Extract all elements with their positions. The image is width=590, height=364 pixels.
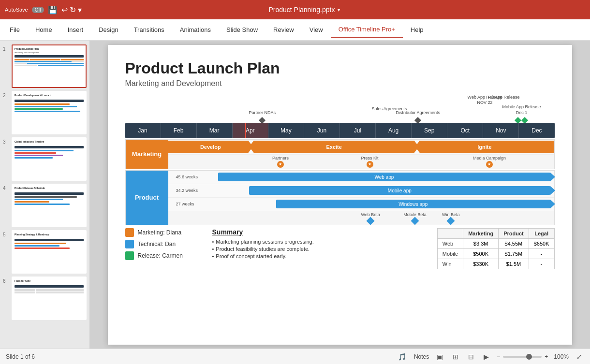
tab-view[interactable]: View: [302, 22, 331, 37]
product-label: Product: [126, 171, 168, 225]
product-row-diamonds: Web Beta Mobile Beta Win Beta: [168, 211, 554, 225]
month-sep: Sep: [412, 123, 447, 138]
timeline-bar: Jan Feb Mar Apr May Jun Jul Aug Sep Oct …: [125, 123, 555, 138]
budget-cell-web-product: $4.55M: [499, 238, 529, 248]
tab-design[interactable]: Design: [91, 22, 126, 37]
legend: Marketing: Diana Technical: Dan Release:…: [125, 228, 203, 260]
redo-button[interactable]: ↻: [70, 5, 76, 15]
legend-label-release: Release: Carmen: [138, 252, 183, 259]
summary-bullet-1: Marketing planning sessions progressing.: [212, 239, 428, 245]
summary-title: Summary: [212, 228, 428, 236]
undo-redo: ↩ ↻ ▾: [61, 5, 82, 15]
diamond-winbeta: Win Beta: [442, 212, 460, 224]
arrow-excite: Excite: [249, 141, 419, 153]
status-bar: Slide 1 of 6 🎵 Notes ▣ ⊞ ⊟ ▶ − + 100% ⤢: [0, 349, 590, 364]
zoom-plus[interactable]: +: [545, 353, 548, 360]
slide-img-2[interactable]: Product Development & Launch: [12, 91, 87, 134]
budget-cell-web-marketing: $3.3M: [463, 238, 499, 248]
slide-canvas: Product Launch Plan Marketing and Develo…: [108, 45, 572, 345]
autosave-toggle[interactable]: Off: [32, 7, 44, 13]
slide-img-6[interactable]: Form for CRR: [12, 277, 87, 320]
month-oct: Oct: [447, 123, 483, 138]
budget-cell-win-marketing: $330K: [463, 259, 499, 269]
product-row-windows: 27 weeks Windows app: [168, 198, 554, 211]
month-mar: Mar: [197, 123, 233, 138]
tab-slideshow[interactable]: Slide Show: [219, 22, 266, 37]
notes-button[interactable]: 🎵: [396, 352, 408, 362]
milestone-distributor: Distributor Agreements: [396, 110, 441, 123]
zoom-slider-thumb: [526, 354, 532, 360]
save-icon[interactable]: 💾: [48, 5, 58, 15]
legend-label-technical: Technical: Dan: [138, 241, 176, 248]
zoom-slider[interactable]: [503, 356, 542, 358]
status-right: 🎵 Notes ▣ ⊞ ⊟ ▶ − + 100% ⤢: [396, 352, 584, 362]
legend-swatch-marketing: [125, 228, 134, 237]
tab-home[interactable]: Home: [28, 22, 60, 37]
slide-img-4[interactable]: Product Release Schedule: [12, 184, 87, 227]
product-rows: 45.6 weeks Web app 34.2 weeks Mobile app: [168, 171, 554, 225]
fit-slide-button[interactable]: ⤢: [575, 352, 584, 362]
budget-row-win: Win $330K $1.5M -: [437, 259, 554, 269]
product-section: Product 45.6 weeks Web app 34.2 weeks: [125, 170, 555, 225]
slide-thumb-3[interactable]: 3 Global Initiatives Timeline: [3, 137, 87, 181]
reading-view-button[interactable]: ⊟: [466, 352, 476, 362]
slide-thumb-6[interactable]: 6 Form for CRR: [3, 277, 87, 320]
budget-cell-mobile-legal: -: [529, 248, 554, 259]
month-jan: Jan: [125, 123, 161, 138]
mobile-week-label: 34.2 weeks: [176, 188, 198, 193]
budget-row-mobile: Mobile $500K $1.75M -: [437, 248, 554, 259]
slide-img-5[interactable]: Planning Strategy & Roadmap: [12, 230, 87, 274]
month-apr: Apr: [233, 123, 268, 138]
budget-table-wrapper: Marketing Product Legal Web $3.3M $4.55M…: [437, 228, 555, 269]
tab-office-timeline[interactable]: Office Timeline Pro+: [331, 22, 403, 38]
budget-cell-mobile-label: Mobile: [437, 248, 463, 259]
milestone-partners-dot: ★: [277, 161, 284, 168]
budget-cell-win-product: $1.5M: [499, 259, 529, 269]
budget-cell-win-label: Win: [437, 259, 463, 269]
tab-animations[interactable]: Animations: [172, 22, 219, 37]
slide-thumb-4[interactable]: 4 Product Release Schedule: [3, 184, 87, 227]
current-time-line: [245, 123, 246, 138]
slide-thumb-1[interactable]: 1 Product Launch Plan Marketing and Deve…: [3, 44, 87, 88]
tab-review[interactable]: Review: [266, 22, 302, 37]
more-button[interactable]: ▾: [78, 5, 82, 15]
autosave-state: Off: [35, 7, 41, 13]
marketing-rows: Develop Excite Ignite Partners ★: [168, 140, 554, 169]
tab-insert[interactable]: Insert: [60, 22, 91, 37]
slide-sorter-button[interactable]: ⊞: [451, 352, 460, 362]
undo-button[interactable]: ↩: [61, 5, 68, 15]
legend-release: Release: Carmen: [125, 251, 203, 260]
canvas-area: Product Launch Plan Marketing and Develo…: [89, 41, 590, 349]
slide-panel: 1 Product Launch Plan Marketing and Deve…: [0, 41, 89, 349]
windows-bar: Windows app: [276, 200, 550, 208]
tab-help[interactable]: Help: [403, 22, 431, 37]
tab-transitions[interactable]: Transitions: [126, 22, 172, 37]
main-area: 1 Product Launch Plan Marketing and Deve…: [0, 41, 590, 349]
timeline-months: Jan Feb Mar Apr May Jun Jul Aug Sep Oct …: [125, 123, 555, 138]
zoom-control: − +: [497, 353, 548, 360]
budget-header-row: [437, 228, 463, 238]
normal-view-button[interactable]: ▣: [435, 352, 445, 362]
marketing-section: Marketing Develop Excite Ignite: [125, 139, 555, 169]
slideshow-button[interactable]: ▶: [482, 352, 491, 362]
slide-thumb-2[interactable]: 2 Product Development & Launch: [3, 91, 87, 134]
summary-bullet-3: Proof of concept started early.: [212, 253, 428, 259]
slide-img-1[interactable]: Product Launch Plan Marketing and Develo…: [12, 44, 87, 88]
product-row-webapp: 45.6 weeks Web app: [168, 171, 554, 184]
slide-img-3[interactable]: Global Initiatives Timeline: [12, 137, 87, 181]
tab-file[interactable]: File: [2, 22, 28, 37]
slide-num-4: 4: [3, 184, 10, 191]
diamond-mobilebeta: Mobile Beta: [403, 212, 427, 224]
milestones-above: Partner NDAs Sales Agreements Distributo…: [125, 95, 555, 123]
slide-num-5: 5: [3, 230, 10, 237]
marketing-label: Marketing: [126, 140, 168, 169]
marketing-arrow-row: Develop Excite Ignite: [168, 140, 554, 154]
slide-thumb-5[interactable]: 5 Planning Strategy & Roadmap: [3, 230, 87, 274]
slide-num-3: 3: [3, 137, 10, 145]
legend-swatch-technical: [125, 240, 134, 248]
bottom-section: Marketing: Diana Technical: Dan Release:…: [125, 228, 555, 269]
arrow-develop: Develop: [168, 141, 253, 153]
zoom-minus[interactable]: −: [497, 353, 500, 360]
budget-cell-mobile-marketing: $500K: [463, 248, 499, 259]
filename-dropdown[interactable]: ▾: [338, 7, 340, 13]
